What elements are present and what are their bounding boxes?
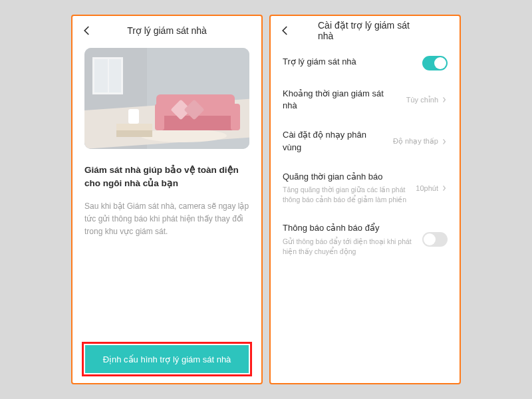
settings-list: Trợ lý giám sát nhà Khoảng thời gian giá… <box>271 45 460 266</box>
setting-row-assistant[interactable]: Trợ lý giám sát nhà <box>271 48 460 80</box>
intro-title: Giám sát nhà giúp bảo vệ toàn diện cho n… <box>84 164 249 191</box>
setting-label: Trợ lý giám sát nhà <box>283 56 416 68</box>
setting-description: Tăng quãng thời gian giữa các lần phát t… <box>283 185 409 205</box>
setting-value: Độ nhạy thấp <box>393 137 448 146</box>
phone-screen-intro: Trợ lý giám sát nhà Giám sát nhà giúp bả… <box>71 15 263 384</box>
chevron-right-icon <box>441 185 448 192</box>
back-icon[interactable] <box>279 24 292 37</box>
chevron-right-icon <box>441 96 448 103</box>
header: Cài đặt trợ lý giám sát nhà <box>271 16 460 45</box>
setting-label: Cài đặt độ nhạy phân vùng <box>283 129 386 153</box>
setting-value: 10phút <box>416 184 448 192</box>
setting-row-sensitivity[interactable]: Cài đặt độ nhạy phân vùng Độ nhạy thấp <box>271 121 460 162</box>
content: Giám sát nhà giúp bảo vệ toàn diện cho n… <box>72 45 261 383</box>
toggle-push-alert[interactable] <box>422 232 448 247</box>
chevron-right-icon <box>441 138 448 145</box>
intro-description: Sau khi bật Giám sát nhà, camera sẽ ngay… <box>84 200 249 239</box>
setting-row-monitor-period[interactable]: Khoảng thời gian giám sát nhà Tùy chỉnh <box>271 80 460 121</box>
toggle-assistant[interactable] <box>422 56 448 70</box>
back-icon[interactable] <box>80 24 94 37</box>
highlight-box: Định cấu hình trợ lý giám sát nhà <box>82 342 252 376</box>
page-title: Trợ lý giám sát nhà <box>127 25 207 36</box>
setting-row-alert-interval[interactable]: Quãng thời gian cảnh báo Tăng quãng thời… <box>271 163 460 215</box>
phone-screen-settings: Cài đặt trợ lý giám sát nhà Trợ lý giám … <box>269 15 461 384</box>
setting-row-push-alert[interactable]: Thông báo cảnh báo đẩy Gửi thông báo đẩy… <box>271 214 460 266</box>
hero-illustration <box>84 48 249 149</box>
setting-description: Gửi thông báo đẩy tới điện thoại khi phá… <box>283 237 416 257</box>
setting-value: Tùy chỉnh <box>406 96 448 104</box>
setting-label: Khoảng thời gian giám sát nhà <box>283 88 400 112</box>
configure-button[interactable]: Định cấu hình trợ lý giám sát nhà <box>85 345 249 373</box>
setting-label: Quãng thời gian cảnh báo <box>283 171 409 183</box>
header: Trợ lý giám sát nhà <box>72 16 261 45</box>
setting-label: Thông báo cảnh báo đẩy <box>283 222 416 234</box>
page-title: Cài đặt trợ lý giám sát nhà <box>318 20 412 41</box>
